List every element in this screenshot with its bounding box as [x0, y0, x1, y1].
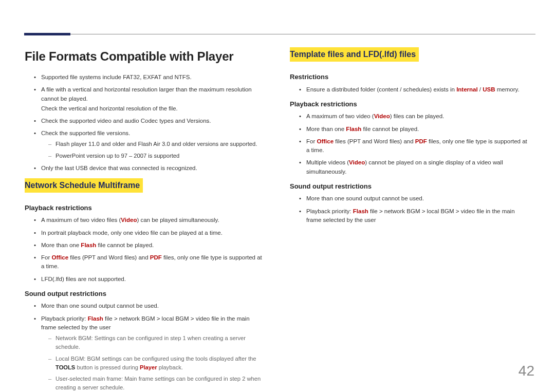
- keyword-video: Video: [121, 217, 137, 223]
- text: More than one: [41, 242, 81, 248]
- list-item: Playback priority: Flash file > network …: [34, 314, 265, 392]
- text: A maximum of two video files (: [41, 217, 121, 223]
- page-number: 42: [519, 360, 534, 382]
- list-item: Flash player 11.0 and older and Flash Ai…: [48, 140, 265, 148]
- keyword-office: Office: [51, 254, 68, 260]
- keyword-pdf: PDF: [150, 254, 162, 260]
- keyword-tools: TOOLS: [55, 364, 75, 370]
- list-item: A maximum of two video files (Video) can…: [34, 216, 265, 225]
- text: memory.: [495, 86, 520, 92]
- subsection-heading: Sound output restrictions: [25, 289, 265, 299]
- list-item: More than one Flash file cannot be playe…: [34, 241, 265, 250]
- list-item: PowerPoint version up to 97 – 2007 is su…: [48, 152, 265, 160]
- text: Playback priority:: [41, 315, 88, 322]
- keyword-office: Office: [317, 138, 334, 144]
- text: /: [478, 86, 483, 92]
- text: file cannot be played.: [361, 126, 419, 132]
- sub-list: Network BGM: Settings can be configured …: [41, 334, 265, 392]
- sub-note: Check the vertical and horizontal resolu…: [41, 104, 265, 113]
- section-heading-network: Network Schedule Multiframe: [25, 178, 143, 193]
- list-item: A maximum of two video (Video) files can…: [299, 112, 530, 121]
- keyword-flash: Flash: [81, 242, 96, 248]
- list-item: Multiple videos (Video) cannot be played…: [299, 158, 530, 176]
- text: A maximum of two video (: [306, 113, 374, 119]
- keyword-player: Player: [140, 364, 157, 370]
- text: playback.: [157, 364, 183, 370]
- text: Check the supported file versions.: [41, 130, 130, 136]
- text: Playback priority:: [306, 208, 353, 214]
- keyword-pdf: PDF: [415, 138, 427, 144]
- text: More than one: [306, 126, 346, 132]
- text: ) can be played simultaneously.: [137, 217, 219, 223]
- subsection-heading: Playback restrictions: [290, 99, 530, 109]
- right-column: Template files and LFD(.lfd) files Restr…: [290, 47, 530, 392]
- text: For: [306, 138, 317, 144]
- playback-list: A maximum of two video files (Video) can…: [25, 216, 265, 284]
- list-item: In portrait playback mode, only one vide…: [34, 229, 265, 237]
- text: A file with a vertical and horizontal re…: [41, 86, 252, 101]
- page-title: File Formats Compatible with Player: [25, 47, 265, 66]
- list-item: Network BGM: Settings can be configured …: [48, 334, 265, 351]
- list-item: More than one sound output cannot be use…: [34, 302, 265, 310]
- sound-list: More than one sound output cannot be use…: [290, 194, 530, 225]
- keyword-flash: Flash: [88, 315, 103, 322]
- keyword-internal: Internal: [456, 86, 478, 92]
- text: Ensure a distributed folder (content / s…: [306, 86, 456, 92]
- list-item: Local BGM: BGM settings can be configure…: [48, 354, 265, 372]
- text: files (PPT and Word files) and: [334, 138, 415, 144]
- list-item: For Office files (PPT and Word files) an…: [299, 137, 530, 155]
- restrictions-list: Ensure a distributed folder (content / s…: [290, 85, 530, 94]
- list-item: More than one Flash file cannot be playe…: [299, 125, 530, 134]
- text: Multiple videos (: [306, 159, 349, 165]
- intro-list: Supported file systems include FAT32, EX…: [25, 73, 265, 173]
- keyword-flash: Flash: [353, 208, 368, 214]
- text: files (PPT and Word files) and: [68, 254, 150, 260]
- keyword-video: Video: [374, 113, 390, 119]
- subsection-heading: Restrictions: [290, 72, 530, 82]
- list-item: LFD(.lfd) files are not supported.: [34, 275, 265, 284]
- subsection-heading: Sound output restrictions: [290, 181, 530, 192]
- list-item: For Office files (PPT and Word files) an…: [34, 253, 265, 271]
- list-item: Ensure a distributed folder (content / s…: [299, 85, 530, 94]
- list-item: A file with a vertical and horizontal re…: [34, 85, 265, 113]
- list-item: Playback priority: Flash file > network …: [299, 207, 530, 225]
- header-rule: [24, 34, 535, 34]
- section-heading-template: Template files and LFD(.lfd) files: [290, 47, 419, 62]
- playback-list: A maximum of two video (Video) files can…: [290, 112, 530, 176]
- sub-list: Flash player 11.0 and older and Flash Ai…: [41, 140, 265, 160]
- list-item: User-selected main frame: Main frame set…: [48, 375, 265, 392]
- keyword-usb: USB: [483, 86, 495, 92]
- page-body: File Formats Compatible with Player Supp…: [0, 0, 555, 392]
- list-item: Only the last USB device that was connec…: [34, 164, 265, 173]
- left-column: File Formats Compatible with Player Supp…: [25, 47, 265, 392]
- list-item: Supported file systems include FAT32, EX…: [34, 73, 265, 82]
- text: file cannot be played.: [96, 242, 154, 248]
- list-item: More than one sound output cannot be use…: [299, 194, 530, 203]
- keyword-video: Video: [349, 159, 365, 165]
- text: button is pressed during: [75, 364, 140, 370]
- text: Local BGM: BGM settings can be configure…: [55, 356, 256, 362]
- sound-list: More than one sound output cannot be use…: [25, 302, 265, 392]
- list-item: Check the supported file versions. Flash…: [34, 129, 265, 160]
- subsection-heading: Playback restrictions: [25, 203, 265, 213]
- list-item: Check the supported video and audio Code…: [34, 117, 265, 125]
- text: For: [41, 254, 51, 260]
- keyword-flash: Flash: [346, 126, 361, 132]
- text: ) files can be played.: [390, 113, 444, 119]
